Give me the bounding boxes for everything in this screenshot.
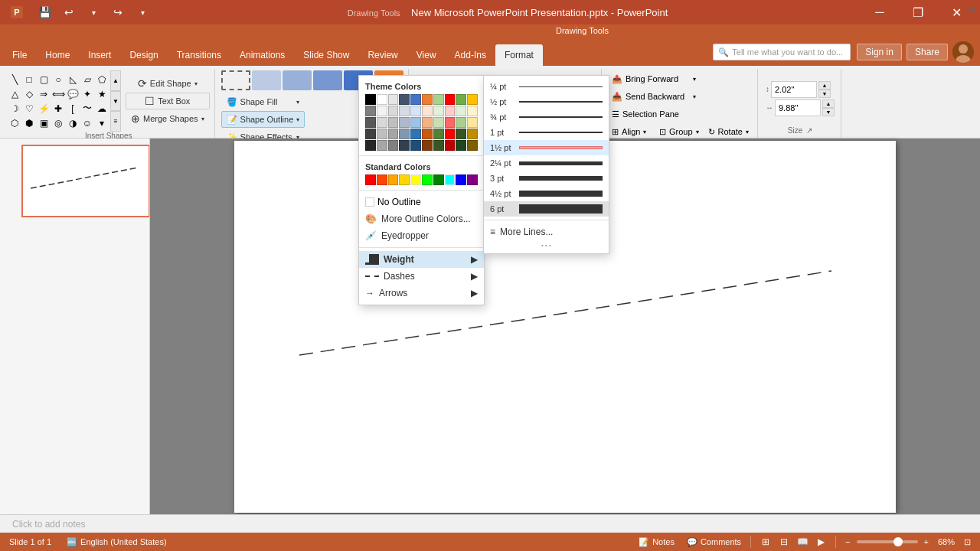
rotate-button[interactable]: ↻ Rotate ▾	[704, 123, 753, 140]
width-input[interactable]	[775, 99, 821, 116]
shape-arrow-double[interactable]: ⟺	[51, 87, 65, 101]
height-spin-down[interactable]: ▼	[818, 90, 831, 98]
swatch-t3-9[interactable]	[467, 129, 478, 139]
shape-heart[interactable]: ♡	[22, 102, 36, 116]
bring-forward-dropdown[interactable]: ▾	[693, 76, 696, 83]
shape-more[interactable]: ▾	[95, 116, 109, 130]
shape-outline-dropdown[interactable]: ▾	[296, 116, 299, 123]
fit-btn[interactable]: ⊡	[961, 536, 974, 549]
swatch-t2-1[interactable]	[377, 117, 387, 128]
dashes-item[interactable]: Dashes ▶	[359, 268, 484, 285]
rotate-dropdown[interactable]: ▾	[746, 129, 749, 135]
swatch-t1-3[interactable]	[399, 106, 410, 116]
shape-triangle[interactable]: △	[8, 87, 21, 101]
shapes-scroll-up[interactable]: ▲	[110, 70, 121, 91]
arrows-item[interactable]: → Arrows ▶	[359, 285, 484, 302]
swatch-green-light[interactable]	[433, 94, 444, 105]
weight-025[interactable]: ¼ pt	[484, 79, 609, 94]
swatch-t3-3[interactable]	[399, 129, 410, 139]
height-input[interactable]	[771, 81, 817, 98]
swatch-t3-2[interactable]	[388, 129, 399, 139]
style-swatch-1[interactable]	[252, 70, 281, 90]
swatch-t1-6[interactable]	[433, 106, 444, 116]
std-blue[interactable]	[456, 174, 466, 185]
no-outline-item[interactable]: No Outline	[359, 194, 484, 210]
swatch-orange[interactable]	[422, 94, 433, 105]
shape-oval[interactable]: ○	[51, 73, 65, 86]
std-red[interactable]	[365, 174, 376, 185]
shape-cross[interactable]: ✚	[51, 102, 65, 116]
text-box-button[interactable]: ☐ Text Box	[126, 93, 210, 109]
swatch-t4-8[interactable]	[456, 140, 466, 151]
send-backward-dropdown[interactable]: ▾	[693, 93, 696, 100]
shape-line[interactable]: ╲	[8, 73, 21, 86]
swatch-t3-0[interactable]	[365, 129, 376, 139]
tab-animations[interactable]: Animations	[230, 44, 294, 66]
avatar[interactable]	[952, 41, 974, 63]
swatch-t4-1[interactable]	[377, 140, 387, 151]
shape-rounded-rect[interactable]: ▢	[37, 73, 51, 86]
swatch-t3-1[interactable]	[377, 129, 387, 139]
weight-item[interactable]: Weight ▶	[359, 251, 484, 268]
undo-dropdown[interactable]: ▾	[83, 2, 104, 23]
tab-transitions[interactable]: Transitions	[168, 44, 230, 66]
std-green[interactable]	[433, 174, 444, 185]
reading-view-btn[interactable]: 📖	[794, 533, 811, 550]
language-indicator[interactable]: 🔤 English (United States)	[64, 536, 170, 549]
zoom-in-btn[interactable]: +	[921, 536, 932, 548]
swatch-t1-5[interactable]	[422, 106, 433, 116]
swatch-t1-1[interactable]	[377, 106, 387, 116]
shape-rect[interactable]: □	[22, 73, 36, 86]
slide-thumbnail[interactable]	[21, 145, 150, 217]
std-orange[interactable]	[388, 174, 399, 185]
shapes-scroll-down[interactable]: ▼	[110, 91, 121, 112]
shape-wave[interactable]: 〜	[80, 102, 94, 116]
swatch-white[interactable]	[377, 94, 387, 105]
width-spin-up[interactable]: ▲	[822, 99, 835, 108]
weight-45[interactable]: 4½ pt	[484, 186, 609, 201]
std-red-orange[interactable]	[377, 174, 387, 185]
slideshow-btn[interactable]: ▶	[812, 533, 829, 550]
collapse-ribbon-btn[interactable]: ▲	[968, 3, 977, 14]
slide-panel[interactable]: 1	[0, 139, 150, 514]
swatch-t3-7[interactable]	[445, 129, 456, 139]
style-swatch-2[interactable]	[283, 70, 312, 90]
group-button[interactable]: ⊡ Group ▾	[655, 123, 703, 140]
send-backward-button[interactable]: 📥 Send Backward ▾	[608, 88, 700, 105]
swatch-t3-6[interactable]	[433, 129, 444, 139]
style-swatch-3[interactable]	[313, 70, 342, 90]
weight-05[interactable]: ½ pt	[484, 94, 609, 109]
shape-pentagon[interactable]: ⬠	[95, 73, 109, 86]
swatch-navy[interactable]	[399, 94, 410, 105]
shape-crescent[interactable]: ☽	[8, 102, 21, 116]
zoom-percent[interactable]: 68%	[935, 536, 958, 548]
swatch-t2-4[interactable]	[410, 117, 421, 128]
align-button[interactable]: ⊞ Align ▾	[608, 123, 654, 140]
selection-pane-button[interactable]: ☰ Selection Pane	[608, 106, 700, 122]
shape-cube[interactable]: ⬢	[22, 116, 36, 130]
undo-button[interactable]: ↩	[58, 2, 80, 23]
height-spin-up[interactable]: ▲	[818, 81, 831, 90]
tab-design[interactable]: Design	[120, 44, 167, 66]
shape-parallelogram[interactable]: ▱	[80, 73, 94, 86]
normal-view-btn[interactable]: ⊞	[757, 533, 774, 550]
shape-star4[interactable]: ✦	[80, 87, 94, 101]
swatch-t4-4[interactable]	[410, 140, 421, 151]
edit-shape-button[interactable]: ⟳ Edit Shape ▾	[126, 75, 210, 92]
save-button[interactable]: 💾	[34, 2, 55, 23]
zoom-out-btn[interactable]: −	[842, 536, 853, 548]
slide-sorter-btn[interactable]: ⊟	[776, 533, 792, 550]
swatch-t2-8[interactable]	[456, 117, 466, 128]
swatch-t2-7[interactable]	[445, 117, 456, 128]
swatch-t2-6[interactable]	[433, 117, 444, 128]
shape-donut[interactable]: ◎	[51, 116, 65, 130]
tab-insert[interactable]: Insert	[79, 44, 120, 66]
std-bright-green[interactable]	[422, 174, 433, 185]
comments-button[interactable]: 💬 Comments	[684, 536, 744, 549]
tab-view[interactable]: View	[407, 44, 446, 66]
swatch-t2-2[interactable]	[388, 117, 399, 128]
std-cyan[interactable]	[445, 174, 456, 185]
redo-button[interactable]: ↪	[107, 2, 129, 23]
swatch-blue[interactable]	[410, 94, 421, 105]
eyedropper-item[interactable]: 💉 Eyedropper	[359, 227, 484, 244]
